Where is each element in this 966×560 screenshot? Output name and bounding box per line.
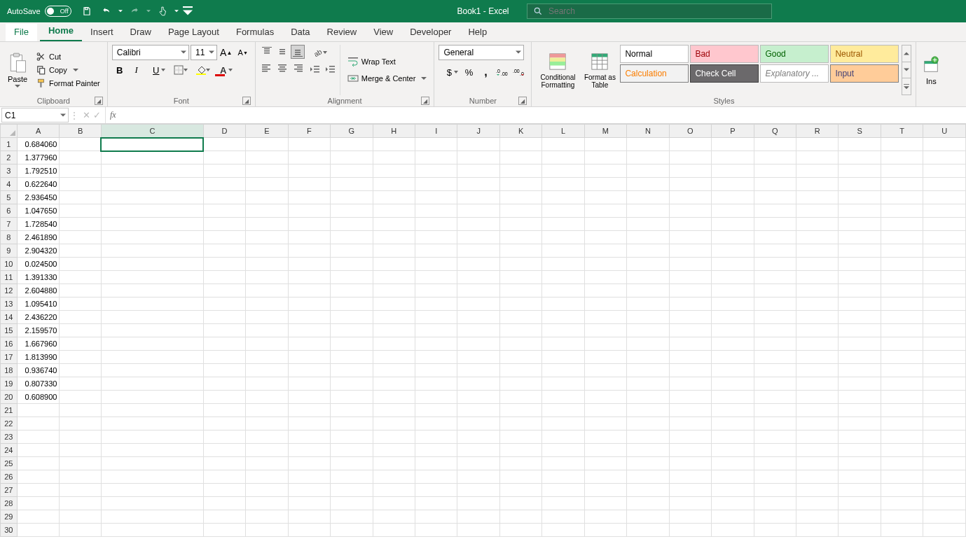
cell-G17[interactable] [331, 351, 373, 364]
cell-I14[interactable] [415, 311, 457, 324]
cell-R30[interactable] [796, 524, 839, 537]
row-header-26[interactable]: 26 [1, 470, 18, 484]
cell-L13[interactable] [542, 298, 584, 311]
cell-J5[interactable] [457, 191, 499, 204]
cell-A23[interactable] [17, 430, 60, 444]
cell-C21[interactable] [101, 404, 203, 417]
cell-B26[interactable] [60, 470, 101, 484]
cell-T26[interactable] [881, 470, 923, 484]
style-explanatory[interactable]: Explanatory ... [760, 64, 829, 83]
cell-I13[interactable] [415, 298, 457, 311]
cell-A28[interactable] [17, 497, 60, 510]
cell-A19[interactable]: 0.807330 [17, 377, 60, 391]
cell-E5[interactable] [246, 191, 288, 204]
cell-N9[interactable] [627, 244, 669, 258]
cell-T30[interactable] [881, 524, 923, 537]
cell-F7[interactable] [288, 218, 330, 231]
col-header-Q[interactable]: Q [754, 125, 796, 138]
cell-N28[interactable] [627, 497, 669, 510]
cell-O29[interactable] [669, 510, 711, 524]
cell-O19[interactable] [669, 377, 711, 391]
cell-I15[interactable] [415, 324, 457, 337]
cell-L23[interactable] [542, 430, 584, 444]
cell-M30[interactable] [584, 524, 627, 537]
cell-U15[interactable] [923, 324, 966, 337]
cell-G25[interactable] [331, 457, 373, 470]
cell-S18[interactable] [839, 364, 881, 377]
cell-O4[interactable] [669, 178, 711, 191]
cell-K13[interactable] [499, 298, 541, 311]
cell-Q11[interactable] [754, 271, 796, 284]
col-header-S[interactable]: S [839, 125, 881, 138]
cell-A22[interactable] [17, 417, 60, 430]
cell-Q9[interactable] [754, 244, 796, 258]
cell-P6[interactable] [712, 204, 754, 218]
cell-P30[interactable] [712, 524, 754, 537]
chevron-down-icon[interactable] [208, 46, 215, 59]
undo-dropdown[interactable] [118, 3, 123, 20]
cell-U9[interactable] [923, 244, 966, 258]
cell-U24[interactable] [923, 444, 966, 457]
paste-button[interactable]: Paste [4, 45, 31, 95]
cell-P7[interactable] [712, 218, 754, 231]
tab-draw[interactable]: Draw [122, 24, 160, 41]
cell-P17[interactable] [712, 351, 754, 364]
cell-P27[interactable] [712, 484, 754, 497]
cell-T21[interactable] [881, 404, 923, 417]
cell-J7[interactable] [457, 218, 499, 231]
cell-T14[interactable] [881, 311, 923, 324]
cell-H10[interactable] [373, 258, 415, 271]
cell-L22[interactable] [542, 417, 584, 430]
cell-M10[interactable] [584, 258, 627, 271]
cell-N29[interactable] [627, 510, 669, 524]
cell-U26[interactable] [923, 470, 966, 484]
cell-O2[interactable] [669, 151, 711, 164]
cell-S3[interactable] [839, 164, 881, 178]
cell-M27[interactable] [584, 484, 627, 497]
cell-D25[interactable] [203, 457, 245, 470]
cell-L8[interactable] [542, 231, 584, 244]
cell-J28[interactable] [457, 497, 499, 510]
cell-P21[interactable] [712, 404, 754, 417]
cell-P13[interactable] [712, 298, 754, 311]
fill-color-button[interactable] [191, 62, 212, 78]
cell-O14[interactable] [669, 311, 711, 324]
row-header-30[interactable]: 30 [1, 524, 18, 537]
cell-E18[interactable] [246, 364, 288, 377]
increase-decimal-button[interactable]: .0.00 [495, 64, 510, 80]
row-header-23[interactable]: 23 [1, 430, 18, 444]
cell-F19[interactable] [288, 377, 330, 391]
customize-qat-icon[interactable] [182, 3, 193, 20]
cell-P23[interactable] [712, 430, 754, 444]
cell-E1[interactable] [246, 138, 288, 151]
cell-A4[interactable]: 0.622640 [17, 178, 60, 191]
touch-mode-dropdown[interactable] [174, 3, 179, 20]
cell-R11[interactable] [796, 271, 839, 284]
cell-I27[interactable] [415, 484, 457, 497]
cell-R27[interactable] [796, 484, 839, 497]
cell-I10[interactable] [415, 258, 457, 271]
cell-T25[interactable] [881, 457, 923, 470]
cell-J13[interactable] [457, 298, 499, 311]
cell-N22[interactable] [627, 417, 669, 430]
cell-F14[interactable] [288, 311, 330, 324]
cell-C24[interactable] [101, 444, 203, 457]
cell-R29[interactable] [796, 510, 839, 524]
cell-D17[interactable] [203, 351, 245, 364]
cell-T10[interactable] [881, 258, 923, 271]
cell-F4[interactable] [288, 178, 330, 191]
cell-A16[interactable]: 1.667960 [17, 337, 60, 351]
cell-P8[interactable] [712, 231, 754, 244]
bold-button[interactable]: B [112, 62, 127, 78]
cell-U3[interactable] [923, 164, 966, 178]
cell-Q30[interactable] [754, 524, 796, 537]
cell-H21[interactable] [373, 404, 415, 417]
cell-S2[interactable] [839, 151, 881, 164]
align-middle-button[interactable] [275, 45, 289, 59]
cell-C7[interactable] [101, 218, 203, 231]
cell-J19[interactable] [457, 377, 499, 391]
cell-P1[interactable] [712, 138, 754, 151]
style-calculation[interactable]: Calculation [620, 64, 689, 83]
cell-D14[interactable] [203, 311, 245, 324]
cell-S15[interactable] [839, 324, 881, 337]
